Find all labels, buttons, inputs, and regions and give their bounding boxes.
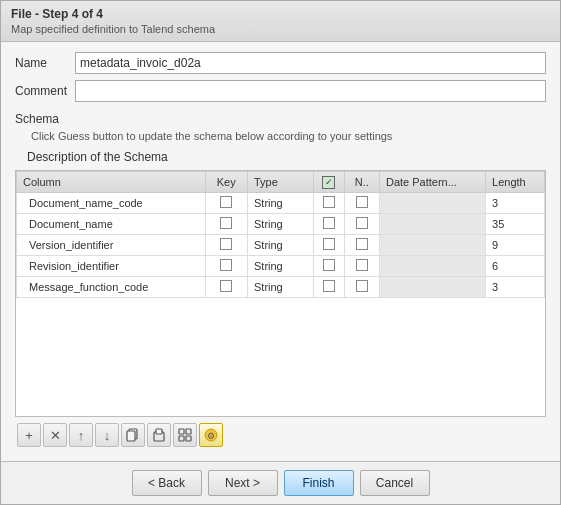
table-row: Version_identifier String 9	[17, 234, 545, 255]
cell-column: Revision_identifier	[17, 255, 206, 276]
check-checkbox[interactable]	[323, 238, 335, 250]
nullable-checkbox[interactable]	[356, 259, 368, 271]
cell-key	[205, 192, 247, 213]
name-label: Name	[15, 56, 75, 70]
cell-type: String	[247, 255, 313, 276]
table-row: Document_name_code String 3	[17, 192, 545, 213]
cell-key	[205, 234, 247, 255]
step-subtitle: Map specified definition to Talend schem…	[11, 23, 550, 35]
col-header-nullable: N..	[344, 172, 379, 193]
key-checkbox[interactable]	[220, 196, 232, 208]
schema-table: Column Key Type ✓ N.. Date Pattern... Le…	[16, 171, 545, 298]
cell-nullable	[344, 234, 379, 255]
cell-check	[313, 255, 344, 276]
cancel-button[interactable]: Cancel	[360, 470, 430, 496]
step-title: File - Step 4 of 4	[11, 7, 550, 21]
cell-column: Message_function_code	[17, 276, 206, 297]
key-checkbox[interactable]	[220, 238, 232, 250]
cell-nullable	[344, 192, 379, 213]
key-checkbox[interactable]	[220, 217, 232, 229]
cell-column: Document_name_code	[17, 192, 206, 213]
nullable-checkbox[interactable]	[356, 196, 368, 208]
col-header-check: ✓	[313, 172, 344, 193]
name-row: Name	[15, 52, 546, 74]
cell-key	[205, 213, 247, 234]
cell-column: Version_identifier	[17, 234, 206, 255]
cell-date-pattern	[379, 192, 485, 213]
finish-button[interactable]: Finish	[284, 470, 354, 496]
guess-button[interactable]: ⚙	[199, 423, 223, 447]
extra-button[interactable]	[173, 423, 197, 447]
table-row: Message_function_code String 3	[17, 276, 545, 297]
check-checkbox[interactable]	[323, 259, 335, 271]
check-all-icon[interactable]: ✓	[322, 176, 335, 189]
col-header-type: Type	[247, 172, 313, 193]
schema-toolbar: + ✕ ↑ ↓	[15, 419, 546, 451]
check-checkbox[interactable]	[323, 280, 335, 292]
col-header-length: Length	[486, 172, 545, 193]
schema-label: Schema	[15, 112, 546, 126]
cell-type: String	[247, 213, 313, 234]
copy-button[interactable]	[121, 423, 145, 447]
svg-text:⚙: ⚙	[207, 431, 215, 441]
back-button[interactable]: < Back	[132, 470, 202, 496]
svg-rect-3	[156, 429, 162, 434]
svg-rect-7	[186, 436, 191, 441]
cell-check	[313, 234, 344, 255]
cell-date-pattern	[379, 234, 485, 255]
col-header-date-pattern: Date Pattern...	[379, 172, 485, 193]
cell-length: 9	[486, 234, 545, 255]
cell-date-pattern	[379, 255, 485, 276]
check-checkbox[interactable]	[323, 196, 335, 208]
svg-rect-5	[186, 429, 191, 434]
content-area: Name Comment Schema Click Guess button t…	[1, 42, 560, 461]
comment-input[interactable]	[75, 80, 546, 102]
cell-length: 3	[486, 276, 545, 297]
comment-row: Comment	[15, 80, 546, 102]
desc-label: Description of the Schema	[15, 150, 546, 164]
nullable-checkbox[interactable]	[356, 280, 368, 292]
comment-label: Comment	[15, 84, 75, 98]
cell-length: 35	[486, 213, 545, 234]
cell-nullable	[344, 276, 379, 297]
key-checkbox[interactable]	[220, 280, 232, 292]
cell-date-pattern	[379, 213, 485, 234]
hint-text: Click Guess button to update the schema …	[19, 130, 546, 142]
move-down-button[interactable]: ↓	[95, 423, 119, 447]
table-row: Revision_identifier String 6	[17, 255, 545, 276]
svg-rect-4	[179, 429, 184, 434]
check-checkbox[interactable]	[323, 217, 335, 229]
cell-key	[205, 255, 247, 276]
table-row: Document_name String 35	[17, 213, 545, 234]
add-row-button[interactable]: +	[17, 423, 41, 447]
nullable-checkbox[interactable]	[356, 217, 368, 229]
cell-column: Document_name	[17, 213, 206, 234]
wizard-window: File - Step 4 of 4 Map specified definit…	[0, 0, 561, 505]
remove-row-button[interactable]: ✕	[43, 423, 67, 447]
name-input[interactable]	[75, 52, 546, 74]
cell-nullable	[344, 255, 379, 276]
col-header-key: Key	[205, 172, 247, 193]
schema-section: Schema Click Guess button to update the …	[15, 112, 546, 451]
col-header-column: Column	[17, 172, 206, 193]
cell-date-pattern	[379, 276, 485, 297]
schema-table-container: Column Key Type ✓ N.. Date Pattern... Le…	[15, 170, 546, 417]
cell-type: String	[247, 192, 313, 213]
title-bar: File - Step 4 of 4 Map specified definit…	[1, 1, 560, 42]
cell-type: String	[247, 234, 313, 255]
next-button[interactable]: Next >	[208, 470, 278, 496]
paste-button[interactable]	[147, 423, 171, 447]
key-checkbox[interactable]	[220, 259, 232, 271]
svg-rect-1	[127, 431, 135, 441]
cell-nullable	[344, 213, 379, 234]
cell-check	[313, 276, 344, 297]
cell-key	[205, 276, 247, 297]
nullable-checkbox[interactable]	[356, 238, 368, 250]
cell-check	[313, 192, 344, 213]
move-up-button[interactable]: ↑	[69, 423, 93, 447]
cell-type: String	[247, 276, 313, 297]
wizard-footer: < Back Next > Finish Cancel	[1, 461, 560, 504]
cell-length: 3	[486, 192, 545, 213]
svg-rect-6	[179, 436, 184, 441]
cell-check	[313, 213, 344, 234]
